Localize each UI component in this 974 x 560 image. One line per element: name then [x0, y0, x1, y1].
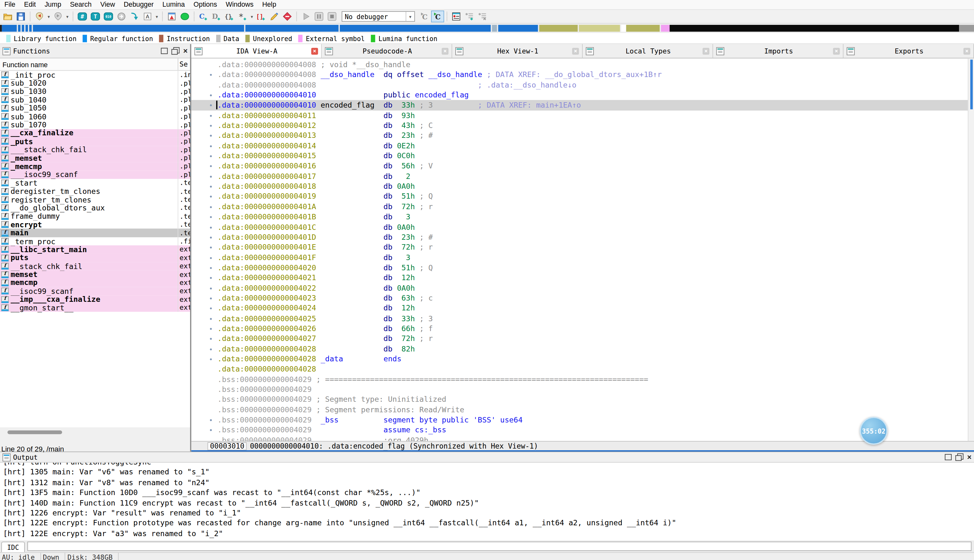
- font-a-icon[interactable]: A: [141, 10, 154, 22]
- listing-line[interactable]: .data:0000000000004017 db 2: [191, 171, 974, 182]
- view-tab[interactable]: IDA View-A ×: [191, 44, 322, 58]
- listing-line[interactable]: .data:0000000000004018 db 0A0h: [191, 182, 974, 192]
- make-number-icon[interactable]: #: [76, 10, 89, 22]
- function-row[interactable]: frame_dummy .te: [0, 212, 190, 221]
- function-row[interactable]: __isoc99_scanf ext: [0, 287, 190, 295]
- menu-item[interactable]: Help: [258, 0, 280, 9]
- functions-column-header[interactable]: Function name Se: [0, 58, 190, 71]
- make-array-icon[interactable]: []: [255, 10, 268, 22]
- listing-line[interactable]: .data:0000000000004015 db 0C0h: [191, 151, 974, 161]
- function-row[interactable]: _puts .pl: [0, 137, 190, 145]
- debug-pause-icon[interactable]: [312, 10, 325, 22]
- listing-line[interactable]: .data:0000000000004027 db 72h ; r: [191, 333, 974, 344]
- listing-line[interactable]: .bss:0000000000004029 ; ================…: [191, 374, 974, 385]
- idc-language-button[interactable]: IDC: [1, 542, 25, 552]
- menu-item[interactable]: Options: [189, 0, 221, 9]
- column-function-name[interactable]: Function name: [0, 60, 178, 68]
- function-row[interactable]: puts ext: [0, 254, 190, 262]
- float-window-icon[interactable]: [955, 454, 963, 460]
- menu-item[interactable]: Jump: [40, 0, 66, 9]
- listing-line-current[interactable]: .data:0000000000004010 encoded_flag db 3…: [191, 100, 974, 110]
- function-row[interactable]: __imp___cxa_finalize ext: [0, 295, 190, 304]
- menu-item[interactable]: Debugger: [119, 0, 158, 9]
- function-row[interactable]: sub_1030 .pl: [0, 88, 190, 96]
- listing-line[interactable]: .bss:0000000000004029 assume cs:_bss: [191, 425, 974, 435]
- make-text-icon[interactable]: T: [89, 10, 102, 22]
- make-binary-icon[interactable]: 010: [102, 10, 115, 22]
- function-row[interactable]: register_tm_clones .te: [0, 195, 190, 204]
- function-row[interactable]: _memset .pl: [0, 154, 190, 162]
- function-row[interactable]: _init_proc .in: [0, 71, 190, 79]
- function-row[interactable]: deregister_tm_clones .te: [0, 187, 190, 195]
- maximize-icon[interactable]: [161, 48, 167, 54]
- function-row[interactable]: __stack_chk_fail ext: [0, 262, 190, 270]
- dropdown-arrow-icon[interactable]: ▼: [249, 15, 255, 18]
- make-string-icon[interactable]: *: [236, 10, 249, 22]
- make-data-icon[interactable]: D: [210, 10, 223, 22]
- listing-line[interactable]: .bss:0000000000004029 ;org 4029h: [191, 435, 974, 441]
- listing-line[interactable]: .data:0000000000004023 db 63h ; c: [191, 293, 974, 303]
- view-tab[interactable]: Local Types ×: [583, 44, 713, 58]
- listing-line[interactable]: .data:0000000000004014 db 0E2h: [191, 141, 974, 151]
- function-row[interactable]: _term_proc .fi: [0, 237, 190, 245]
- function-row[interactable]: memcmp ext: [0, 278, 190, 287]
- listing-line[interactable]: .data:0000000000004008 __dso_handle dq o…: [191, 70, 974, 80]
- menu-item[interactable]: Windows: [221, 0, 258, 9]
- nav-back-icon[interactable]: [33, 10, 46, 22]
- listing-line[interactable]: .data:0000000000004010 public encoded_fl…: [191, 90, 974, 100]
- menu-item[interactable]: Lumina: [158, 0, 189, 9]
- close-tab-icon[interactable]: ×: [572, 47, 579, 54]
- float-window-icon[interactable]: [171, 47, 179, 54]
- view-tab[interactable]: Pseudocode-A ×: [322, 44, 452, 58]
- scrollbar-thumb[interactable]: [970, 60, 973, 109]
- close-tab-icon[interactable]: ×: [442, 47, 448, 54]
- debug-stop-icon[interactable]: [325, 10, 339, 22]
- menu-item[interactable]: File: [0, 0, 20, 9]
- debugger-selector[interactable]: No debugger▼: [342, 11, 415, 22]
- listing-line[interactable]: .data:0000000000004008 ; .data:__dso_han…: [191, 80, 974, 90]
- listing-line[interactable]: .data:0000000000004020 db 51h ; Q: [191, 263, 974, 273]
- dropdown-arrow-icon[interactable]: ▼: [406, 12, 414, 21]
- function-row[interactable]: sub_1050 .pl: [0, 104, 190, 112]
- listing-line[interactable]: .data:0000000000004028: [191, 364, 974, 374]
- convert-icon[interactable]: [115, 10, 128, 22]
- function-row[interactable]: _memcmp .pl: [0, 162, 190, 171]
- function-row[interactable]: encrypt .te: [0, 221, 190, 229]
- listing-line[interactable]: .data:0000000000004012 db 43h ; C: [191, 121, 974, 131]
- edit-function-icon[interactable]: [268, 10, 281, 22]
- listing-line[interactable]: .data:0000000000004028 _data ends: [191, 354, 974, 364]
- listing-line[interactable]: .data:0000000000004025 db 33h ; 3: [191, 313, 974, 323]
- listing-line[interactable]: .data:0000000000004013 db 23h ; #: [191, 130, 974, 141]
- nav-forward-icon[interactable]: [52, 10, 65, 22]
- listing-line[interactable]: .data:0000000000004028 db 82h: [191, 344, 974, 354]
- listing-line[interactable]: .bss:0000000000004029 _bss segment byte …: [191, 415, 974, 425]
- make-struct-icon[interactable]: {}: [223, 10, 236, 22]
- function-row[interactable]: sub_1040 .pl: [0, 96, 190, 104]
- function-row[interactable]: memset ext: [0, 270, 190, 278]
- listing-line[interactable]: .data:0000000000004019 db 51h ; Q: [191, 192, 974, 202]
- close-tab-icon[interactable]: ×: [964, 47, 970, 54]
- view-tab[interactable]: Imports ×: [713, 44, 844, 58]
- close-tab-icon[interactable]: ×: [311, 47, 318, 54]
- function-row[interactable]: sub_1060 .pl: [0, 112, 190, 121]
- navigation-band[interactable]: [0, 23, 974, 33]
- listing-line[interactable]: .data:000000000000401A db 72h ; r: [191, 202, 974, 212]
- compile-run-active-icon[interactable]: C: [431, 10, 444, 22]
- listing-line[interactable]: .data:000000000000401D db 23h ; #: [191, 232, 974, 242]
- view-tab[interactable]: Hex View-1 ×: [452, 44, 583, 58]
- listing-line[interactable]: .bss:0000000000004029 ; Segment type: Un…: [191, 395, 974, 405]
- breakpoint-list-icon[interactable]: [450, 10, 463, 22]
- function-row[interactable]: __libc_start_main ext: [0, 245, 190, 254]
- lumina-ellipse-icon[interactable]: [178, 10, 191, 22]
- listing-line[interactable]: .data:000000000000401C db 0A0h: [191, 222, 974, 232]
- listing-line[interactable]: .data:0000000000004026 db 66h ; f: [191, 323, 974, 333]
- view-tab[interactable]: Exports ×: [844, 44, 974, 58]
- idc-command-input[interactable]: [27, 542, 971, 551]
- listing-line[interactable]: .data:000000000000401B db 3: [191, 212, 974, 222]
- function-row[interactable]: ___stack_chk_fail .pl: [0, 146, 190, 154]
- dropdown-arrow-icon[interactable]: ▼: [154, 15, 160, 18]
- watch-remove-icon[interactable]: [476, 10, 489, 22]
- function-row[interactable]: sub_1020 .pl: [0, 79, 190, 88]
- jump-arrow-icon[interactable]: [128, 10, 141, 22]
- functions-horizontal-scrollbar[interactable]: [0, 428, 190, 436]
